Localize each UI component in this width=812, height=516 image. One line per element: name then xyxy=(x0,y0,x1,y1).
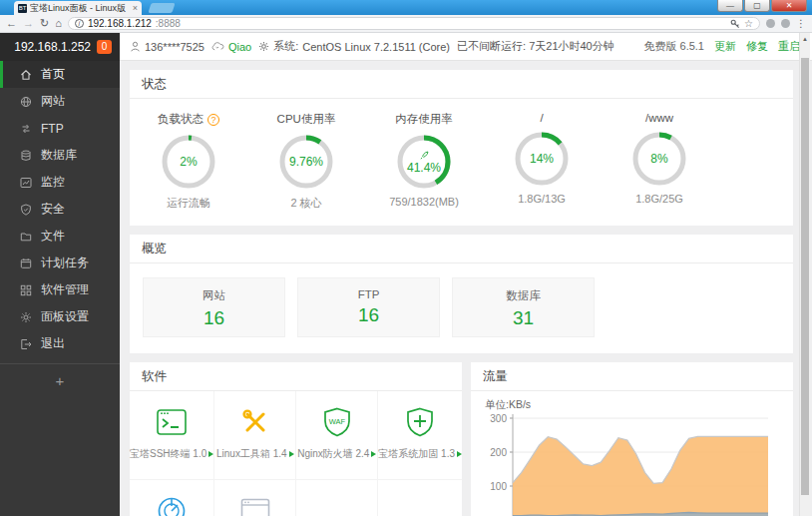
app-empty-cell xyxy=(378,480,462,516)
ftp-count: 16 xyxy=(298,304,439,326)
app-linux-toolbox[interactable]: Linux工具箱 1.4 xyxy=(214,391,296,480)
tab-title: 宝塔Linux面板 - Linux版 xyxy=(30,2,130,15)
new-tab-button[interactable] xyxy=(148,3,175,13)
shield-icon xyxy=(20,204,32,216)
disk-www-gauge: /www 8% 1.8G/25G xyxy=(601,112,718,211)
memory-value: 41.4% xyxy=(407,161,441,175)
memory-subtitle: 759/1832(MB) xyxy=(365,196,483,208)
page-scrollbar[interactable]: ▲ xyxy=(799,33,810,516)
server-ip-header[interactable]: 192.168.1.252 0 xyxy=(0,33,120,61)
traffic-chart: 100200300 xyxy=(481,412,774,516)
sidebar-item-security[interactable]: 安全 xyxy=(0,196,120,223)
ftp-card[interactable]: FTP 16 xyxy=(297,277,440,337)
waf-shield-icon: WAF xyxy=(323,407,351,437)
info-icon[interactable]: i xyxy=(75,19,84,28)
sidebar-item-cron[interactable]: 计划任务 xyxy=(0,250,120,276)
address-bar[interactable]: i 192.168.1.212 :8888 ☆ xyxy=(68,17,760,30)
account-item[interactable]: 136****7525 xyxy=(130,41,204,53)
extension-icon[interactable] xyxy=(766,19,775,28)
home-icon[interactable]: ⌂ xyxy=(55,18,62,29)
cpu-value: 9.76% xyxy=(279,135,333,189)
tab-close-icon[interactable]: × xyxy=(133,3,138,13)
server-ip: 192.168.1.252 xyxy=(14,40,91,54)
disk-www-value: 8% xyxy=(632,132,686,186)
system-info: 系统: CentOS Linux 7.2.1511 (Core) xyxy=(258,39,450,54)
svg-text:WAF: WAF xyxy=(329,417,346,426)
qiao-icon xyxy=(211,41,224,52)
sidebar-item-files[interactable]: 文件 xyxy=(0,223,120,250)
svg-text:300: 300 xyxy=(490,413,507,424)
sidebar: 192.168.1.252 0 首页 网站 FTP 数据库 监控 xyxy=(0,33,120,516)
sidebar-add-button[interactable]: + xyxy=(0,363,120,389)
open-icon xyxy=(289,451,294,457)
restart-link[interactable]: 重启 xyxy=(778,39,800,54)
transfer-icon xyxy=(20,123,32,135)
traffic-unit-label: 单位:KB/s xyxy=(481,398,783,412)
sidebar-item-ftp[interactable]: FTP xyxy=(0,115,120,142)
app-system-hardening[interactable]: 宝塔系统加固 1.3 xyxy=(378,391,462,480)
svg-text:200: 200 xyxy=(490,447,507,458)
sidebar-item-home[interactable]: 首页 xyxy=(0,61,120,88)
sites-count: 16 xyxy=(144,307,284,329)
chart-icon xyxy=(20,177,32,189)
monitor-report-icon xyxy=(157,496,187,516)
uptime-text: 已不间断运行: 7天21小时40分钟 xyxy=(457,39,614,54)
disk-root-gauge: / 14% 1.8G/13G xyxy=(483,112,601,211)
window-controls: — ▢ ✕ xyxy=(717,0,807,12)
qiao-item[interactable]: Qiao xyxy=(211,41,251,53)
browser-menu-icon[interactable]: ⋮ xyxy=(796,18,806,29)
database-icon xyxy=(20,150,32,162)
update-link[interactable]: 更新 xyxy=(714,39,736,54)
scroll-up-icon[interactable]: ▲ xyxy=(800,33,810,45)
repair-link[interactable]: 修复 xyxy=(746,39,768,54)
open-icon xyxy=(457,451,462,457)
sidebar-item-database[interactable]: 数据库 xyxy=(0,142,120,169)
url-host: 192.168.1.212 xyxy=(88,18,152,29)
app-ssh-terminal[interactable]: 宝塔SSH终端 1.0 xyxy=(130,391,214,480)
tools-icon xyxy=(241,408,269,436)
minimize-button[interactable]: — xyxy=(717,0,743,12)
shield-plus-icon xyxy=(406,407,434,437)
app-empty-cell xyxy=(296,480,378,516)
maximize-button[interactable]: ▢ xyxy=(744,0,770,12)
app-server-tool[interactable] xyxy=(214,480,296,516)
disk-root-subtitle: 1.8G/13G xyxy=(483,193,601,205)
sidebar-item-logout[interactable]: 退出 xyxy=(0,330,120,357)
key-icon[interactable] xyxy=(730,19,740,29)
forward-icon[interactable]: → xyxy=(23,18,34,29)
svg-text:100: 100 xyxy=(490,481,507,492)
gear-icon xyxy=(258,41,269,52)
panel-top-header: 136****7525 Qiao 系统: CentOS Linux 7.2.15… xyxy=(120,33,812,61)
message-count-badge[interactable]: 0 xyxy=(97,40,112,54)
app-nginx-waf[interactable]: WAF Nginx防火墙 2.4 xyxy=(296,391,378,480)
overview-panel-title: 概览 xyxy=(130,235,793,263)
sidebar-item-website[interactable]: 网站 xyxy=(0,88,120,115)
grid-icon xyxy=(20,284,32,296)
help-icon[interactable]: ? xyxy=(207,114,219,126)
back-icon[interactable]: ← xyxy=(6,18,17,29)
extension-icon[interactable] xyxy=(781,19,790,28)
server-icon xyxy=(240,498,270,516)
app-monitor-report[interactable] xyxy=(130,480,214,516)
open-icon xyxy=(208,451,213,457)
sidebar-item-settings[interactable]: 面板设置 xyxy=(0,303,120,330)
bt-favicon: BT xyxy=(18,4,27,13)
software-panel: 软件 宝塔SSH终端 1.0 Linux工具箱 1.4 WA xyxy=(130,362,462,516)
sites-card[interactable]: 网站 16 xyxy=(143,277,285,337)
rocket-icon[interactable] xyxy=(419,150,430,161)
bookmark-star-icon[interactable]: ☆ xyxy=(744,18,753,29)
close-button[interactable]: ✕ xyxy=(771,0,807,12)
sidebar-item-app-store[interactable]: 软件管理 xyxy=(0,276,120,303)
database-card[interactable]: 数据库 31 xyxy=(452,277,595,337)
memory-gauge: 内存使用率 41.4% 759/1832(MB) xyxy=(365,112,483,211)
edition-label: 免费版 6.5.1 xyxy=(643,39,704,54)
status-panel: 状态 负载状态? 2% 运行流畅 CPU使用率 xyxy=(130,70,793,226)
refresh-icon[interactable]: ↻ xyxy=(40,18,49,29)
disk-root-value: 14% xyxy=(515,132,569,186)
load-subtitle: 运行流畅 xyxy=(130,196,247,211)
user-icon xyxy=(130,41,141,52)
browser-tab[interactable]: BT 宝塔Linux面板 - Linux版 × xyxy=(14,1,142,15)
sidebar-item-monitor[interactable]: 监控 xyxy=(0,169,120,196)
home-icon xyxy=(20,69,32,81)
scrollbar-thumb[interactable] xyxy=(801,58,809,495)
